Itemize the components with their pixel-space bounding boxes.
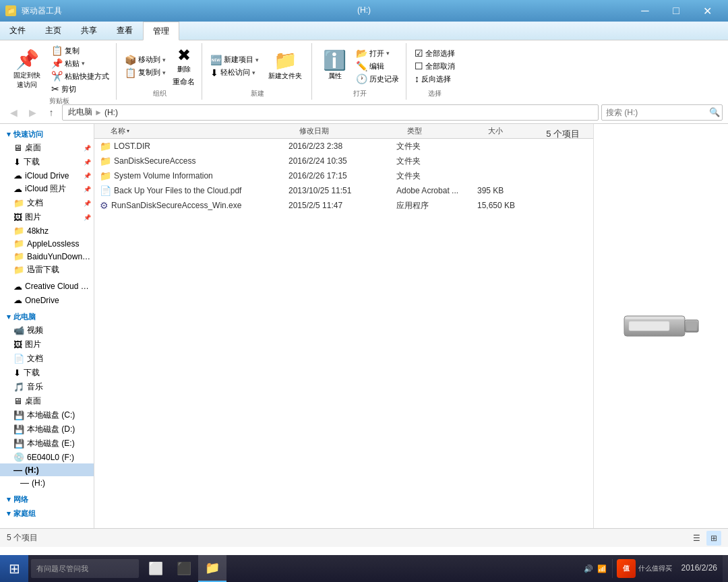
address-path[interactable]: 此电脑 ► (H:) (62, 104, 599, 121)
sidebar-item-baiduyun[interactable]: 📁 BaiduYunDownlo... (0, 250, 94, 263)
sidebar-item-pc-downloads[interactable]: ⬇ 下载 (0, 366, 94, 380)
sidebar-item-music[interactable]: 🎵 音乐 (0, 380, 94, 394)
easy-access-button[interactable]: ⬇ 轻松访问 ▾ (208, 67, 262, 79)
title-bar-icons: 📁 (5, 5, 16, 16)
sidebar-item-applelossless[interactable]: 📁 AppleLossless (0, 237, 94, 250)
sidebar-item-desktop[interactable]: 🖥 桌面 📌 (0, 141, 94, 155)
show-desktop-button[interactable] (723, 555, 728, 582)
view-details-button[interactable]: ☰ (689, 531, 704, 546)
up-button[interactable]: ↑ (43, 104, 59, 121)
search-icon[interactable]: 🔍 (709, 107, 720, 117)
column-header: 名称 ▾ 修改日期 类型 大小 (94, 124, 593, 139)
properties-button[interactable]: ℹ️ 属性 (317, 50, 352, 82)
select-col: ☑ 全部选择 ☐ 全部取消 ↕ 反向选择 (412, 47, 458, 85)
explorer-button[interactable]: 📁 (198, 555, 226, 582)
copy-to-button[interactable]: 📋 复制到 ▾ (122, 67, 169, 79)
invert-select-button[interactable]: ↕ 反向选择 (412, 73, 458, 85)
sidebar-item-pictures[interactable]: 🖼 图片 📌 (0, 210, 94, 224)
file-row-4[interactable]: ⚙ RunSanDiskSecureAccess_Win.exe 2015/2/… (94, 198, 593, 213)
col-header-date[interactable]: 修改日期 (297, 126, 404, 136)
sidebar-item-docs[interactable]: 📁 文档 📌 (0, 196, 94, 210)
file-date-4: 2015/2/5 11:47 (286, 201, 394, 210)
sidebar-item-drive-c[interactable]: 💾 本地磁盘 (C:) (0, 408, 94, 422)
file-row-2[interactable]: 📁 System Volume Information 2016/2/26 17… (94, 168, 593, 183)
task-view-button[interactable]: ⬜ (142, 555, 170, 582)
sidebar-item-xunlei[interactable]: 📁 迅雷下载 (0, 263, 94, 277)
tab-home[interactable]: 主页 (36, 22, 71, 40)
forward-button[interactable]: ▶ (24, 104, 40, 121)
tab-share[interactable]: 共享 (71, 22, 107, 40)
col-header-name[interactable]: 名称 ▾ (108, 126, 297, 136)
new-folder-button[interactable]: 📁 新建文件夹 (263, 50, 307, 82)
file-date-0: 2016/2/23 2:38 (286, 141, 394, 151)
clipboard-col: 📋 复制 📌 粘贴 ▾ ✂️ 粘贴快捷方式 ✂ 剪切 (49, 44, 112, 95)
sidebar-item-icloud-photos[interactable]: ☁ iCloud 照片 📌 (0, 182, 94, 196)
pin-quick-access-button[interactable]: 📌 固定到快速访问 (7, 49, 47, 91)
this-pc-section[interactable]: ▾ 此电脑 (0, 309, 94, 323)
ribbon-new-buttons: 🆕 新建项目 ▾ ⬇ 轻松访问 ▾ 📁 新建文件夹 (208, 44, 307, 88)
sidebar-item-drive-h[interactable]: — (H:) (0, 476, 94, 489)
sidebar-item-video[interactable]: 📹 视频 (0, 323, 94, 337)
search-input[interactable] (601, 104, 723, 121)
copy-button[interactable]: 📋 复制 (49, 44, 112, 57)
rename-button[interactable]: 重命名 (170, 76, 198, 88)
move-to-button[interactable]: 📦 移动到 ▾ (122, 54, 169, 66)
open-button[interactable]: 📂 打开 ▾ (353, 47, 402, 59)
file-date-3: 2013/10/25 11:51 (286, 186, 394, 195)
paste-shortcut-button[interactable]: ✂️ 粘贴快捷方式 (49, 70, 112, 82)
tab-file[interactable]: 文件 (0, 22, 36, 40)
network-section[interactable]: ▾ 网络 (0, 492, 94, 506)
taskbar-sys-area: 🔊 📶 (578, 564, 612, 573)
open-col: 📂 打开 ▾ ✏️ 编辑 🕐 历史记录 (353, 47, 402, 85)
delete-button[interactable]: ✖ 删除 (170, 44, 198, 75)
sidebar-item-creative-cloud[interactable]: ☁ Creative Cloud 文件 (0, 280, 94, 294)
ribbon-open-buttons: ℹ️ 属性 📂 打开 ▾ ✏️ 编辑 🕐 历史记录 (317, 44, 402, 88)
sidebar-item-drive-h-selected[interactable]: — (H:) (0, 463, 94, 476)
file-row-0[interactable]: 📁 LOST.DIR 2016/2/23 2:38 文件夹 (94, 139, 593, 154)
svg-rect-3 (629, 321, 669, 331)
maximize-button[interactable]: □ (661, 0, 692, 22)
sidebar-item-drive-d[interactable]: 💾 本地磁盘 (D:) (0, 422, 94, 437)
tab-view[interactable]: 查看 (107, 22, 143, 40)
store-button[interactable]: ⬛ (170, 555, 198, 582)
select-label: 选择 (428, 88, 442, 98)
exe-icon: ⚙ (100, 200, 109, 211)
deselect-button[interactable]: ☐ 全部取消 (412, 60, 458, 72)
search-bar[interactable]: 有问题尽管问我 (31, 559, 139, 578)
sidebar-item-drive-e[interactable]: 💾 本地磁盘 (E:) (0, 437, 94, 451)
tab-manage[interactable]: 管理 (143, 22, 179, 40)
new-item-button[interactable]: 🆕 新建项目 ▾ (208, 54, 262, 66)
sidebar-item-pc-desktop[interactable]: 🖥 桌面 (0, 394, 94, 408)
path-drive: (H:) (104, 108, 118, 117)
sidebar-item-downloads[interactable]: ⬇ 下载 📌 (0, 155, 94, 169)
cut-button[interactable]: ✂ 剪切 (49, 83, 112, 95)
taskbar: ⊞ 有问题尽管问我 ⬜ ⬛ 📁 🔊 📶 值 什么值得买 2016/2/26 (0, 555, 728, 582)
sidebar: ▾ 快速访问 🖥 桌面 📌 ⬇ 下载 📌 ☁ iCloud Drive 📌 ☁ … (0, 124, 94, 528)
close-button[interactable]: ✕ (692, 0, 723, 22)
ribbon-group-clipboard: 📌 固定到快速访问 📋 复制 📌 粘贴 ▾ ✂️ 粘贴快捷方式 (3, 43, 117, 100)
sidebar-item-drive-f[interactable]: 💿 6E040L0 (F:) (0, 451, 94, 463)
paste-button[interactable]: 📌 粘贴 ▾ (49, 57, 112, 69)
sidebar-item-48khz[interactable]: 📁 48khz (0, 224, 94, 237)
sidebar-item-icloud-drive[interactable]: ☁ iCloud Drive 📌 (0, 169, 94, 182)
start-button[interactable]: ⊞ (0, 555, 28, 582)
sidebar-item-pc-docs[interactable]: 📄 文档 (0, 352, 94, 366)
select-all-button[interactable]: ☑ 全部选择 (412, 47, 458, 59)
file-type-2: 文件夹 (394, 170, 475, 182)
new-label: 新建 (251, 88, 264, 98)
edit-button[interactable]: ✏️ 编辑 (353, 60, 402, 72)
homegroup-section[interactable]: ▾ 家庭组 (0, 506, 94, 520)
file-row-3[interactable]: 📄 Back Up Your Files to the Cloud.pdf 20… (94, 183, 593, 198)
file-row-1[interactable]: 📁 SanDiskSecureAccess 2016/2/24 10:35 文件… (94, 154, 593, 168)
view-large-icons-button[interactable]: ⊞ (706, 531, 721, 546)
history-button[interactable]: 🕐 历史记录 (353, 73, 402, 85)
back-button[interactable]: ◀ (5, 104, 22, 121)
ribbon-group-organize: 📦 移动到 ▾ 📋 复制到 ▾ ✖ 删除 重命名 (118, 43, 202, 100)
col-header-type[interactable]: 类型 (404, 126, 485, 136)
sidebar-item-onedrive[interactable]: ☁ OneDrive (0, 294, 94, 306)
col-header-size[interactable]: 大小 (485, 126, 553, 136)
ribbon-tabs: 文件 主页 共享 查看 管理 (0, 22, 728, 40)
minimize-button[interactable]: ─ (630, 0, 661, 22)
sidebar-item-pc-pictures[interactable]: 🖼 图片 (0, 337, 94, 352)
quick-access-section[interactable]: ▾ 快速访问 (0, 127, 94, 141)
